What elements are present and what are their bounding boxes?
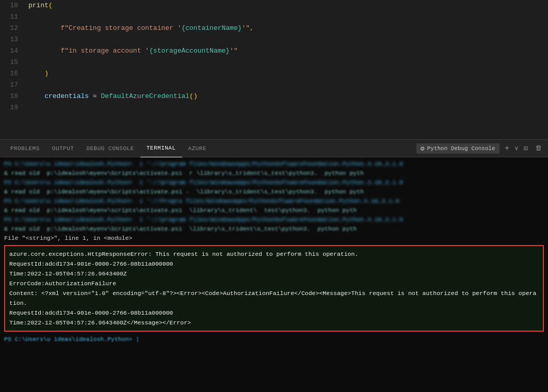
tab-azure[interactable]: AZURE bbox=[182, 139, 213, 157]
line-content: print( bbox=[28, 0, 548, 11]
file-string-line: File "<string>", line 1, in <module> bbox=[4, 234, 544, 243]
gear-icon: ⚙ bbox=[421, 144, 425, 153]
terminal-line: PS C:\Users\u ideas\idealosh.Python> i '… bbox=[4, 197, 544, 206]
terminal-line: & read old p:\idealosh\myenv\Scripts\act… bbox=[4, 224, 544, 234]
line-content: ) bbox=[28, 68, 548, 79]
code-line-16: 16 ) bbox=[0, 68, 548, 79]
code-line-12: 12 f"Creating storage container '{contai… bbox=[0, 23, 548, 34]
tab-problems[interactable]: PROBLEMS bbox=[4, 139, 46, 157]
code-line-10: 10 print( bbox=[0, 0, 548, 11]
error-line-2: RequestId:adcd1734-901e-0000-2766-08b11a… bbox=[9, 259, 539, 269]
error-line-3: Time:2022-12-05T04:57:26.9643400Z bbox=[9, 269, 539, 279]
line-content: credentials = DefaultAzureCredential() bbox=[28, 91, 548, 102]
debug-console-selector[interactable]: ⚙ Python Debug Console bbox=[416, 143, 499, 154]
chevron-down-icon[interactable]: ∨ bbox=[514, 144, 518, 152]
line-number: 18 bbox=[0, 91, 28, 102]
panel-tabs: PROBLEMS OUTPUT DEBUG CONSOLE TERMINAL A… bbox=[0, 139, 548, 157]
terminal-line: & read old p:\idealosh\myenv\Scripts\act… bbox=[4, 169, 544, 178]
error-line-7: Time:2022-12-05T04:57:26.9643400Z</Messa… bbox=[9, 318, 539, 328]
terminal-content: PS C:\Users\u ideas\idealosh.Python> i '… bbox=[0, 157, 548, 392]
split-terminal-button[interactable]: ⊡ bbox=[522, 144, 530, 153]
line-content: f"in storage account '{storageAccountNam… bbox=[28, 45, 548, 57]
error-box: azure.core.exceptions.HttpResponseError:… bbox=[4, 245, 544, 332]
error-line-6: RequestId:adcd1734-901e-0000-2766-08b11a… bbox=[9, 308, 539, 318]
delete-terminal-button[interactable]: 🗑 bbox=[533, 144, 544, 152]
terminal-line: PS C:\Users\u ideas\idealosh.Python> i '… bbox=[4, 178, 544, 187]
error-line-1: azure.core.exceptions.HttpResponseError:… bbox=[9, 249, 539, 259]
terminal-line: & read old p:\idealosh\myenv\scripts\act… bbox=[4, 206, 544, 215]
error-line-5: Content: <?xml version="1.0" encoding="u… bbox=[9, 288, 539, 308]
code-line-15: 15 bbox=[0, 57, 548, 68]
error-line-4: ErrorCode:AuthorizationFailure bbox=[9, 279, 539, 288]
tab-terminal[interactable]: TERMINAL bbox=[140, 139, 182, 157]
line-number: 10 bbox=[0, 0, 28, 11]
code-line-14: 14 f"in storage account '{storageAccount… bbox=[0, 45, 548, 57]
line-number: 16 bbox=[0, 68, 28, 79]
code-editor: 10 print( 11 12 f"Creating storage conta… bbox=[0, 0, 548, 139]
tab-output[interactable]: OUTPUT bbox=[46, 139, 80, 157]
terminal-line: PS C:\Users\u ideas\idealosh.Python> i '… bbox=[4, 215, 544, 224]
code-line-17: 17 bbox=[0, 79, 548, 91]
panel-right-controls: ⚙ Python Debug Console + ∨ ⊡ 🗑 bbox=[416, 143, 544, 154]
code-line-11: 11 bbox=[0, 11, 548, 23]
code-line-13: 13 bbox=[0, 34, 548, 45]
line-number: 17 bbox=[0, 79, 28, 91]
debug-console-label-text: Python Debug Console bbox=[427, 145, 495, 152]
code-line-18: 18 credentials = DefaultAzureCredential(… bbox=[0, 91, 548, 102]
line-number: 19 bbox=[0, 102, 28, 113]
line-number: 13 bbox=[0, 34, 28, 45]
line-number: 15 bbox=[0, 57, 28, 68]
tab-items: PROBLEMS OUTPUT DEBUG CONSOLE TERMINAL A… bbox=[4, 139, 416, 157]
line-content: f"Creating storage container '{container… bbox=[28, 23, 548, 34]
add-terminal-button[interactable]: + bbox=[503, 144, 512, 153]
line-number: 14 bbox=[0, 45, 28, 57]
code-line-19: 19 bbox=[0, 102, 548, 113]
terminal-line: PS C:\Users\u ideas\idealosh.Python> i '… bbox=[4, 159, 544, 169]
terminal-prompt: PS C:\Users\u ideas\idealosh.Python> | bbox=[4, 334, 544, 345]
tab-debug-console[interactable]: DEBUG CONSOLE bbox=[80, 139, 140, 157]
terminal-line: & read old p:\idealosh\myenv\Scripts\act… bbox=[4, 187, 544, 197]
terminal-area[interactable]: PS C:\Users\u ideas\idealosh.Python> i '… bbox=[0, 157, 548, 392]
line-number: 12 bbox=[0, 23, 28, 34]
line-number: 11 bbox=[0, 11, 28, 23]
